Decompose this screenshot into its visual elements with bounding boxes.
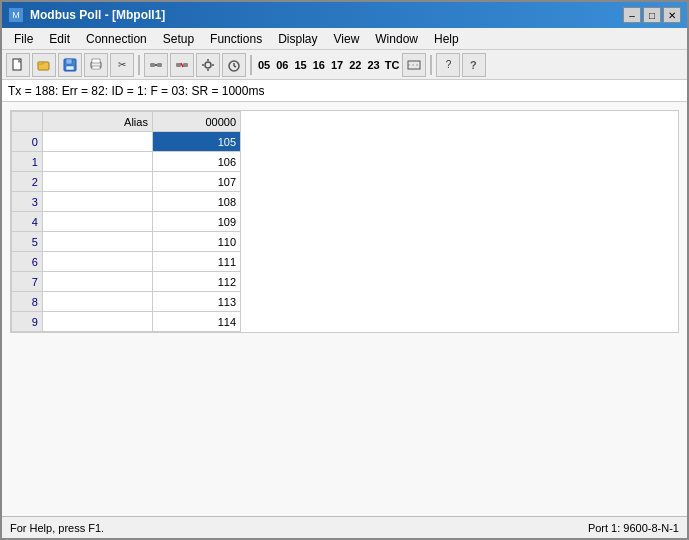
row-value[interactable]: 110 (152, 232, 240, 252)
row-value[interactable]: 114 (152, 312, 240, 332)
close-button[interactable]: ✕ (663, 7, 681, 23)
menu-setup[interactable]: Setup (155, 30, 202, 48)
row-value[interactable]: 105 (152, 132, 240, 152)
row-alias (42, 252, 152, 272)
help-button[interactable]: ? (436, 53, 460, 77)
row-index: 5 (12, 232, 43, 252)
status-bar: For Help, press F1. Port 1: 9600-8-N-1 (2, 516, 687, 538)
svg-line-22 (234, 66, 236, 67)
svg-rect-5 (66, 66, 74, 70)
data-table: Alias 00000 0105110621073108410951106111… (11, 111, 241, 332)
row-value[interactable]: 113 (152, 292, 240, 312)
toolbar: ✂ 05 06 15 16 17 22 23 TC ? ? (2, 50, 687, 80)
main-window: M Modbus Poll - [Mbpoll1] – □ ✕ File Edi… (0, 0, 689, 540)
row-index: 1 (12, 152, 43, 172)
menu-functions[interactable]: Functions (202, 30, 270, 48)
row-value[interactable]: 109 (152, 212, 240, 232)
tb-num-15: 15 (293, 59, 309, 71)
svg-text:?: ? (470, 59, 477, 71)
svg-rect-7 (92, 59, 100, 63)
svg-rect-2 (38, 62, 43, 64)
row-value[interactable]: 106 (152, 152, 240, 172)
tb-num-17: 17 (329, 59, 345, 71)
menu-bar: File Edit Connection Setup Functions Dis… (2, 28, 687, 50)
port-text: Port 1: 9600-8-N-1 (588, 522, 679, 534)
svg-rect-4 (66, 59, 72, 64)
row-index: 7 (12, 272, 43, 292)
open-button[interactable] (32, 53, 56, 77)
status-text: Tx = 188: Err = 82: ID = 1: F = 03: SR =… (8, 84, 264, 98)
app-icon: M (8, 7, 24, 23)
row-alias (42, 152, 152, 172)
status-line: Tx = 188: Err = 82: ID = 1: F = 03: SR =… (2, 80, 687, 102)
col-header-rownum (12, 112, 43, 132)
settings-button[interactable] (196, 53, 220, 77)
data-table-container: Alias 00000 0105110621073108410951106111… (10, 110, 679, 333)
menu-view[interactable]: View (326, 30, 368, 48)
menu-display[interactable]: Display (270, 30, 325, 48)
tb-num-22: 22 (347, 59, 363, 71)
svg-rect-9 (150, 63, 155, 67)
svg-point-15 (205, 62, 211, 68)
row-alias (42, 292, 152, 312)
row-index: 9 (12, 312, 43, 332)
svg-rect-12 (176, 63, 181, 67)
row-alias (42, 312, 152, 332)
help-text: For Help, press F1. (10, 522, 104, 534)
new-button[interactable] (6, 53, 30, 77)
table-row[interactable]: 4109 (12, 212, 241, 232)
row-index: 8 (12, 292, 43, 312)
table-row[interactable]: 8113 (12, 292, 241, 312)
toolbar-sep3 (430, 55, 432, 75)
table-row[interactable]: 0105 (12, 132, 241, 152)
cut-button[interactable]: ✂ (110, 53, 134, 77)
table-row[interactable]: 3108 (12, 192, 241, 212)
tb-tc-label: TC (384, 59, 401, 71)
row-value[interactable]: 111 (152, 252, 240, 272)
timer-button[interactable] (222, 53, 246, 77)
row-alias (42, 192, 152, 212)
maximize-button[interactable]: □ (643, 7, 661, 23)
window-title: Modbus Poll - [Mbpoll1] (30, 8, 165, 22)
table-row[interactable]: 6111 (12, 252, 241, 272)
menu-help[interactable]: Help (426, 30, 467, 48)
info-button[interactable]: ? (462, 53, 486, 77)
menu-edit[interactable]: Edit (41, 30, 78, 48)
row-index: 3 (12, 192, 43, 212)
row-index: 6 (12, 252, 43, 272)
row-index: 4 (12, 212, 43, 232)
toolbar-sep2 (250, 55, 252, 75)
row-alias (42, 272, 152, 292)
table-row[interactable]: 2107 (12, 172, 241, 192)
svg-rect-8 (92, 66, 100, 69)
table-row[interactable]: 7112 (12, 272, 241, 292)
row-index: 2 (12, 172, 43, 192)
row-value[interactable]: 107 (152, 172, 240, 192)
svg-line-14 (181, 63, 183, 67)
main-content: Alias 00000 0105110621073108410951106111… (2, 102, 687, 516)
connect-button[interactable] (144, 53, 168, 77)
row-value[interactable]: 112 (152, 272, 240, 292)
row-alias (42, 132, 152, 152)
tc-button[interactable] (402, 53, 426, 77)
table-row[interactable]: 9114 (12, 312, 241, 332)
save-button[interactable] (58, 53, 82, 77)
tb-num-23: 23 (366, 59, 382, 71)
print-button[interactable] (84, 53, 108, 77)
row-alias (42, 172, 152, 192)
tb-num-16: 16 (311, 59, 327, 71)
disconnect-button[interactable] (170, 53, 194, 77)
tb-num-05: 05 (256, 59, 272, 71)
table-row[interactable]: 5110 (12, 232, 241, 252)
row-alias (42, 232, 152, 252)
svg-rect-10 (157, 63, 162, 67)
menu-file[interactable]: File (6, 30, 41, 48)
menu-window[interactable]: Window (367, 30, 426, 48)
row-alias (42, 212, 152, 232)
row-value[interactable]: 108 (152, 192, 240, 212)
table-row[interactable]: 1106 (12, 152, 241, 172)
menu-connection[interactable]: Connection (78, 30, 155, 48)
tb-num-06: 06 (274, 59, 290, 71)
title-bar: M Modbus Poll - [Mbpoll1] – □ ✕ (2, 2, 687, 28)
minimize-button[interactable]: – (623, 7, 641, 23)
